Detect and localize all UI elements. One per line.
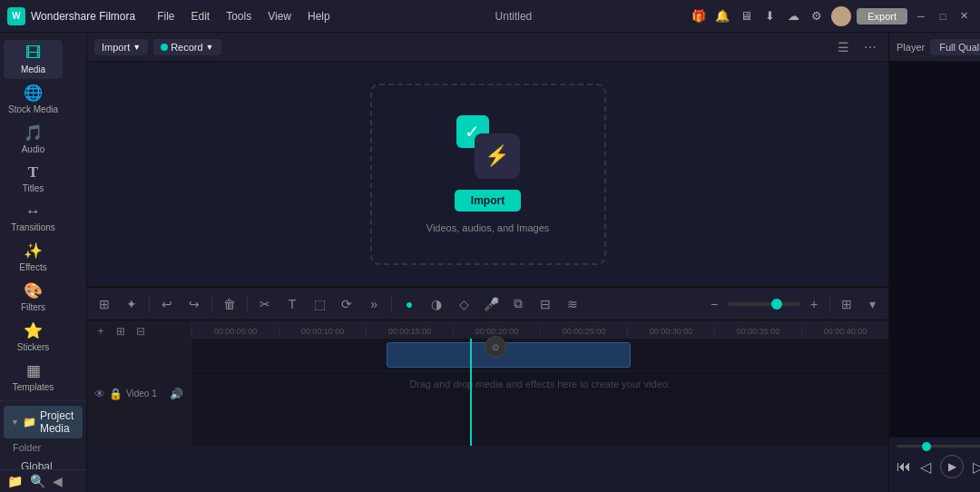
undo-icon[interactable]: ↩ xyxy=(155,292,179,316)
filter-icon[interactable]: ☰ xyxy=(832,36,854,58)
export-button[interactable]: Export xyxy=(857,8,907,25)
step-back-icon[interactable]: ⏮ xyxy=(897,458,911,475)
transitions-icon: ↔ xyxy=(25,202,41,221)
waveform-icon[interactable]: ≋ xyxy=(561,292,584,316)
layout-icon[interactable]: ⊞ xyxy=(836,293,858,315)
toolbar-separator-3 xyxy=(247,296,248,312)
record-dropdown-arrow[interactable]: ▼ xyxy=(206,43,214,52)
redo-icon[interactable]: ↪ xyxy=(182,292,206,316)
ruler-mark-8: 00:00:40:00 xyxy=(801,327,888,336)
player-buttons: ⏮ ◁ ▶ ▷ ⏭ ↺ 🖥 📷 🔊 ⛶ xyxy=(897,455,980,478)
titlebar-center: Untitled xyxy=(495,10,533,23)
zoom-track[interactable] xyxy=(728,302,800,306)
media-content: ✓ ⚡ Import Videos, audios, and Images xyxy=(87,62,888,286)
frame-forward-icon[interactable]: ▷ xyxy=(973,458,980,476)
mask-icon[interactable]: ◇ xyxy=(452,292,475,316)
progress-track[interactable] xyxy=(897,445,980,448)
tab-stickers[interactable]: ⭐ Stickers xyxy=(4,317,63,357)
cut-icon[interactable]: ✂ xyxy=(253,292,277,316)
track-lock-icon[interactable]: 🔒 xyxy=(109,388,122,400)
media-toolbar: Import ▼ Record ▼ ☰ ⋯ xyxy=(87,33,888,62)
gift-icon[interactable]: 🎁 xyxy=(690,7,708,25)
more-tools-icon[interactable]: » xyxy=(362,292,386,316)
titles-icon: T xyxy=(28,163,38,182)
audio-icon: 🎵 xyxy=(24,123,43,143)
text-tool-icon[interactable]: T xyxy=(280,292,304,316)
group-tracks-icon[interactable]: ⊟ xyxy=(132,323,149,339)
effects-icon: ✨ xyxy=(24,241,43,261)
zoom-in-icon[interactable]: + xyxy=(804,294,824,314)
player-progress-row: 00:00:00:00 / 00:00:00:00 xyxy=(897,441,980,451)
record-dot xyxy=(161,44,168,51)
tab-audio[interactable]: 🎵 Audio xyxy=(4,119,63,159)
tab-effects[interactable]: ✨ Effects xyxy=(4,237,63,277)
zoom-controls: − + xyxy=(704,294,824,314)
add-folder-icon[interactable]: 📁 xyxy=(7,474,23,488)
speed-icon[interactable]: ● xyxy=(397,292,421,316)
zoom-thumb xyxy=(771,299,782,310)
maximize-button[interactable]: □ xyxy=(935,8,951,25)
templates-icon: ▦ xyxy=(26,361,41,380)
progress-thumb xyxy=(922,442,931,451)
menu-tools[interactable]: Tools xyxy=(219,8,259,25)
tab-stock-media[interactable]: 🌐 Stock Media xyxy=(4,79,63,119)
search-icon[interactable]: 🔍 xyxy=(30,474,45,488)
more-layout-icon[interactable]: ▾ xyxy=(861,293,883,315)
stabilize-icon[interactable]: ⧉ xyxy=(506,292,530,316)
sidebar-tree: ▼ 📁 Project Media Folder ▶ Global Media … xyxy=(0,401,86,469)
ruler-mark-2: 00:00:10:00 xyxy=(279,327,366,336)
import-dropdown-arrow[interactable]: ▼ xyxy=(132,43,141,52)
ruler-mark-4: 00:00:20:00 xyxy=(453,327,540,336)
titlebar-left: W Wondershare Filmora File Edit Tools Vi… xyxy=(7,7,338,25)
snapping-icon[interactable]: ⊞ xyxy=(93,292,116,316)
timeline-right: 00:00:05:00 00:00:10:00 00:00:15:00 00:0… xyxy=(191,320,888,446)
close-button[interactable]: ✕ xyxy=(956,8,973,25)
tab-templates[interactable]: ▦ Templates xyxy=(4,357,63,397)
menu-file[interactable]: File xyxy=(150,8,181,25)
color-icon[interactable]: ◑ xyxy=(425,292,448,316)
app-name: Wondershare Filmora xyxy=(31,10,135,23)
minimize-button[interactable]: ─ xyxy=(913,8,929,25)
timeline-tracks[interactable]: ⊙ Drag and drop media and effects here t… xyxy=(191,339,888,446)
import-drop-description: Videos, audios, and Images xyxy=(426,222,550,233)
record-button[interactable]: Record ▼ xyxy=(153,39,220,55)
add-track-icon[interactable]: + xyxy=(93,323,109,339)
playhead xyxy=(470,339,472,446)
tab-transitions[interactable]: ↔ Transitions xyxy=(4,198,63,237)
play-button[interactable]: ▶ xyxy=(940,455,964,478)
import-drop-button[interactable]: Import xyxy=(455,190,521,212)
crop-icon[interactable]: ⬚ xyxy=(308,292,331,316)
track-audio-icon[interactable]: 🔊 xyxy=(170,388,183,400)
menu-help[interactable]: Help xyxy=(300,8,338,25)
sidebar-item-global-media[interactable]: ▶ Global Media xyxy=(4,457,83,469)
timeline-main: + ⊞ ⊟ 👁 🔒 Video 1 🔊 xyxy=(87,320,888,446)
tab-titles[interactable]: T Titles xyxy=(4,159,63,198)
magnet-icon[interactable]: ✦ xyxy=(120,292,143,316)
cloud-icon[interactable]: ☁ xyxy=(784,7,802,25)
delete-icon[interactable]: 🗑 xyxy=(218,292,241,316)
toolbar-separator-2 xyxy=(211,296,212,312)
filmora-bg-rect: ⚡ xyxy=(475,133,520,179)
collapse-icon[interactable]: ◀ xyxy=(53,474,63,488)
quality-select[interactable]: Full Quality xyxy=(930,39,980,55)
media-clip[interactable]: ⊙ xyxy=(387,342,631,368)
track-visibility-icon[interactable]: 👁 xyxy=(94,388,105,400)
user-avatar[interactable] xyxy=(831,6,851,26)
multi-clip-icon[interactable]: ⊟ xyxy=(534,292,557,316)
transform-icon[interactable]: ⟳ xyxy=(335,292,358,316)
sidebar-item-project-media[interactable]: ▼ 📁 Project Media xyxy=(4,406,83,438)
menu-view[interactable]: View xyxy=(260,8,299,25)
tab-filters[interactable]: 🎨 Filters xyxy=(4,277,63,317)
monitor-icon[interactable]: 🖥 xyxy=(737,7,755,25)
expand-tracks-icon[interactable]: ⊞ xyxy=(113,323,129,339)
grid-icon[interactable]: ⚙ xyxy=(808,7,826,25)
import-button[interactable]: Import ▼ xyxy=(94,39,148,55)
frame-back-icon[interactable]: ◁ xyxy=(920,458,931,476)
zoom-out-icon[interactable]: − xyxy=(704,294,724,314)
bell-icon[interactable]: 🔔 xyxy=(713,7,731,25)
menu-edit[interactable]: Edit xyxy=(184,8,218,25)
more-options-icon[interactable]: ⋯ xyxy=(859,36,881,58)
tab-media[interactable]: 🎞 Media xyxy=(4,40,63,79)
download-icon[interactable]: ⬇ xyxy=(760,7,779,25)
record-audio-icon[interactable]: 🎤 xyxy=(479,292,503,316)
